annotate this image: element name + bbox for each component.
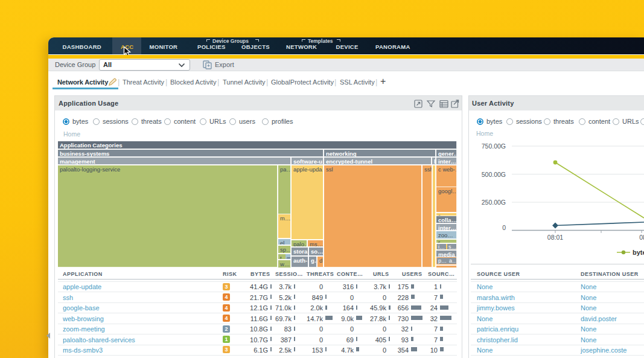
- svg-text:750.00G: 750.00G: [482, 142, 506, 150]
- svg-text:08: 08: [639, 234, 644, 241]
- svg-text:08:01: 08:01: [547, 234, 563, 241]
- svg-text:bytes s: bytes s: [633, 249, 644, 256]
- svg-text:250.00G: 250.00G: [482, 199, 506, 206]
- svg-text:500.00G: 500.00G: [482, 171, 506, 178]
- svg-text:0: 0: [502, 224, 506, 231]
